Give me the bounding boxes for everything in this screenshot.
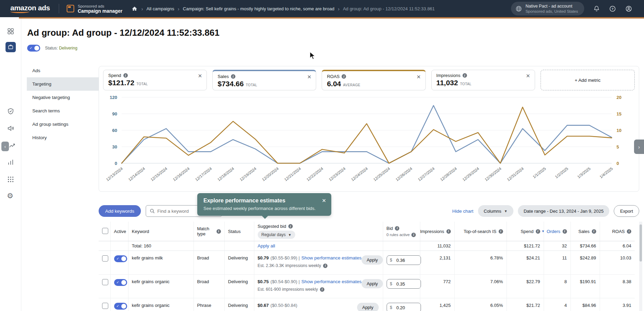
breadcrumb-all-campaigns[interactable]: All campaigns bbox=[146, 6, 174, 11]
info-icon[interactable]: i bbox=[563, 229, 567, 234]
show-performance-estimates-link[interactable]: Show performance estimates bbox=[301, 255, 362, 260]
performance-panel: Spendi $121.72TOTAL ✕ Salesi $734.66TOTA… bbox=[99, 66, 639, 192]
select-all-checkbox[interactable] bbox=[102, 228, 108, 234]
brand-shield-icon[interactable] bbox=[7, 108, 14, 116]
column-header-impressions[interactable]: Impressionsi bbox=[420, 222, 454, 241]
account-avatar-icon[interactable] bbox=[625, 5, 632, 12]
svg-text:12/30/2024: 12/30/2024 bbox=[484, 166, 502, 182]
remove-metric-icon[interactable]: ✕ bbox=[307, 75, 312, 79]
remove-metric-icon[interactable]: ✕ bbox=[417, 75, 421, 79]
collapse-panel-button[interactable]: ‹ bbox=[1, 142, 9, 151]
column-header-keyword[interactable]: Keyword bbox=[128, 222, 193, 241]
show-performance-estimates-link[interactable]: Show performance estimates bbox=[301, 279, 362, 284]
sidebar-item-ads[interactable]: Ads bbox=[27, 64, 100, 77]
info-icon[interactable]: i bbox=[446, 229, 451, 234]
info-icon[interactable]: i bbox=[323, 264, 327, 268]
info-icon[interactable]: i bbox=[536, 229, 540, 234]
sidebar-item-targeting[interactable]: Targeting bbox=[27, 77, 100, 91]
bid-input[interactable] bbox=[393, 258, 414, 263]
status-label: Status: Delivering bbox=[45, 46, 77, 51]
insights-trend-icon[interactable] bbox=[8, 142, 16, 151]
reports-bar-chart-icon[interactable] bbox=[7, 158, 14, 167]
sidebar-item-history[interactable]: History bbox=[27, 131, 100, 144]
info-icon[interactable]: i bbox=[320, 287, 324, 292]
columns-button[interactable]: Columns▼ bbox=[478, 205, 513, 217]
export-button[interactable]: Export bbox=[614, 205, 639, 217]
info-icon[interactable]: i bbox=[123, 73, 128, 78]
svg-text:12/26/2024: 12/26/2024 bbox=[395, 166, 413, 182]
date-range-button[interactable]: Date range - Dec 13, 2024 - Jan 9, 2025 bbox=[518, 205, 610, 217]
row-checkbox[interactable] bbox=[102, 303, 108, 309]
ad-group-status-toggle[interactable] bbox=[27, 45, 40, 52]
add-metric-button[interactable]: + Add metric bbox=[541, 70, 635, 90]
settings-gear-icon[interactable]: ⚙ bbox=[7, 192, 13, 199]
row-checkbox[interactable] bbox=[102, 279, 108, 285]
metric-value: 6.04 bbox=[327, 80, 341, 88]
row-checkbox[interactable] bbox=[102, 255, 108, 262]
breadcrumb-campaign[interactable]: Campaign: Sell kefir grains - mostly hig… bbox=[183, 6, 334, 11]
column-header-spend[interactable]: Spendi bbox=[507, 222, 544, 241]
dashboard-icon[interactable] bbox=[7, 27, 14, 36]
keyword-active-toggle[interactable] bbox=[114, 279, 127, 286]
info-icon[interactable]: i bbox=[463, 73, 467, 78]
info-icon[interactable]: i bbox=[627, 229, 631, 234]
metric-card-spend[interactable]: Spendi $121.72TOTAL ✕ bbox=[103, 70, 207, 90]
account-selector[interactable]: Native Pact - ad account Sponsored ads, … bbox=[511, 2, 584, 15]
apply-suggested-bid-button[interactable]: Apply bbox=[357, 303, 379, 311]
column-header-top-of-search[interactable]: Top-of-search ISi bbox=[454, 222, 507, 241]
info-icon[interactable]: i bbox=[231, 74, 235, 79]
info-icon[interactable]: i bbox=[216, 229, 221, 234]
column-header-bid[interactable]: Bidi 0 rules activei bbox=[383, 222, 420, 241]
hide-chart-link[interactable]: Hide chart bbox=[452, 209, 474, 214]
keyword-active-toggle[interactable] bbox=[114, 303, 127, 310]
remove-metric-icon[interactable]: ✕ bbox=[526, 74, 530, 78]
amazon-ads-logo[interactable]: amazon ads bbox=[10, 4, 50, 13]
close-icon[interactable]: ✕ bbox=[322, 198, 326, 204]
svg-text:60: 60 bbox=[112, 128, 117, 133]
svg-text:12/20/2024: 12/20/2024 bbox=[261, 166, 279, 182]
column-header-roas[interactable]: ROASi bbox=[600, 222, 635, 241]
notifications-bell-icon[interactable] bbox=[593, 5, 600, 12]
regular-days-dropdown[interactable]: Regular days▼ bbox=[258, 231, 296, 239]
campaigns-icon[interactable] bbox=[5, 42, 16, 52]
apply-suggested-bid-button[interactable]: Apply bbox=[362, 279, 383, 288]
column-header-sales[interactable]: Salesi bbox=[570, 222, 600, 241]
help-icon[interactable]: ? bbox=[609, 5, 616, 12]
bid-input[interactable] bbox=[393, 305, 414, 310]
sidebar-item-ad-group-settings[interactable]: Ad group settings bbox=[27, 118, 100, 131]
metric-card-roas[interactable]: ROASi 6.04AVERAGE ✕ bbox=[322, 70, 425, 90]
column-header-match-type[interactable]: Match typei bbox=[193, 222, 224, 241]
remove-metric-icon[interactable]: ✕ bbox=[198, 74, 202, 78]
keyword-row: kefir grains organic Phrase Delivering $… bbox=[99, 298, 635, 311]
sidebar-item-negative-targeting[interactable]: Negative targeting bbox=[27, 91, 100, 104]
metric-card-impressions[interactable]: Impressionsi 11,032TOTAL ✕ bbox=[431, 70, 535, 90]
svg-text:1/1/2025: 1/1/2025 bbox=[532, 166, 547, 179]
apps-grid-icon[interactable] bbox=[7, 176, 14, 185]
vertical-scrollbar[interactable] bbox=[639, 222, 642, 311]
metric-card-sales[interactable]: Salesi $734.66TOTAL ✕ bbox=[212, 70, 316, 90]
sidebar-item-search-terms[interactable]: Search terms bbox=[27, 104, 100, 118]
info-icon[interactable]: i bbox=[395, 226, 399, 231]
column-header-orders[interactable]: ▼Ordersi bbox=[544, 222, 570, 241]
bid-input[interactable] bbox=[393, 281, 414, 287]
info-icon[interactable]: i bbox=[499, 229, 503, 234]
keyword-cell: kefir grains organic bbox=[128, 275, 193, 298]
column-header-suggested-bid[interactable]: Suggested bidi Regular days▼ bbox=[254, 222, 383, 241]
keyword-active-toggle[interactable] bbox=[114, 255, 127, 262]
info-icon[interactable]: i bbox=[592, 229, 596, 234]
apply-all-link[interactable]: Apply all bbox=[258, 243, 275, 248]
expand-panel-button[interactable]: › bbox=[634, 140, 644, 154]
home-icon[interactable] bbox=[131, 5, 138, 12]
info-icon[interactable]: i bbox=[411, 233, 416, 237]
scrollbar-thumb[interactable] bbox=[640, 224, 642, 262]
apply-suggested-bid-button[interactable]: Apply bbox=[362, 255, 383, 265]
total-sales: $734.66 bbox=[570, 241, 600, 251]
add-keywords-button[interactable]: Add keywords bbox=[99, 205, 141, 217]
column-header-active[interactable]: Active bbox=[110, 222, 128, 241]
campaign-manager-switcher[interactable]: Sponsored ads Campaign manager bbox=[67, 4, 122, 13]
info-icon[interactable]: i bbox=[288, 224, 293, 229]
accent-divider bbox=[19, 17, 644, 19]
ads-megaphone-icon[interactable] bbox=[7, 124, 14, 133]
column-header-status[interactable]: Status bbox=[224, 222, 254, 241]
info-icon[interactable]: i bbox=[342, 74, 346, 79]
